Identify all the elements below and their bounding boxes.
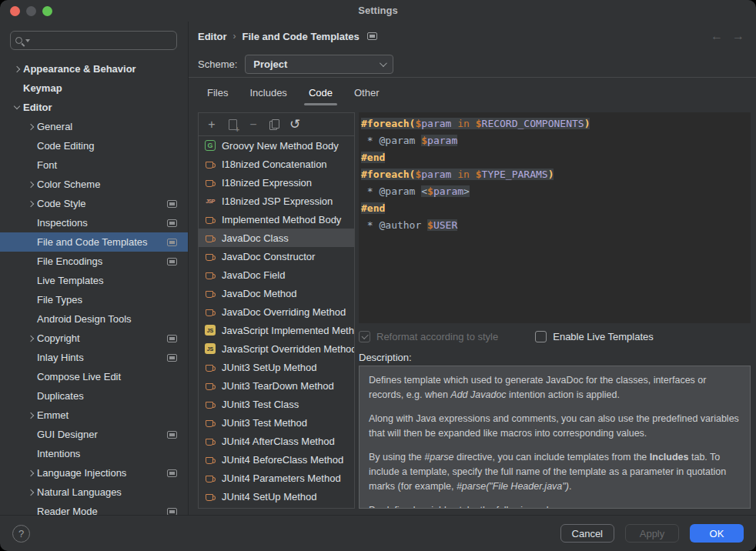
chevron-right-icon[interactable] [11,63,23,75]
sidebar-item-file-and-code-templates[interactable]: File and Code Templates [0,232,188,252]
template-item-i18nized-concatenation[interactable]: I18nized Concatenation [199,155,354,173]
sidebar-item-editor[interactable]: Editor [0,98,188,117]
sidebar-item-inlay-hints[interactable]: Inlay Hints [0,348,188,367]
remove-icon[interactable] [246,118,260,132]
chevron-right-icon[interactable] [25,332,37,345]
search-input[interactable] [32,35,172,46]
template-item-javadoc-class[interactable]: JavaDoc Class [199,229,354,247]
sidebar-item-code-editing[interactable]: Code Editing [0,136,188,155]
sidebar-item-general[interactable]: General [0,117,188,136]
ok-button[interactable]: OK [690,524,744,543]
apply-button[interactable]: Apply [625,524,679,543]
java-icon [204,491,216,503]
template-item-junit3-test-class[interactable]: JUnit3 Test Class [199,395,354,413]
template-item-junit4-beforeclass-method[interactable]: JUnit4 BeforeClass Method [199,450,354,469]
duplicate-icon[interactable] [226,118,239,132]
copy-icon[interactable] [267,118,281,132]
reformat-checkbox-group[interactable]: Reformat according to style [359,331,498,342]
scheme-select[interactable]: Project [245,55,393,74]
sidebar-item-inspections[interactable]: Inspections [0,213,188,232]
template-item-junit4-afterclass-method[interactable]: JUnit4 AfterClass Method [199,432,354,450]
sidebar-item-reader-mode[interactable]: Reader Mode [0,502,188,515]
breadcrumb-editor[interactable]: Editor [198,31,227,42]
chevron-right-icon[interactable] [25,467,37,479]
template-item-groovy-new-method-body[interactable]: GGroovy New Method Body [199,136,354,155]
tab-other[interactable]: Other [354,78,380,107]
search-box[interactable] [10,31,177,50]
description-pane[interactable]: Defines template which used to generate … [359,366,751,509]
description-text: #parse("File Header.java") [457,481,569,492]
template-item-label: JavaScript Overridden Method Body [222,343,354,355]
template-item-implemented-method-body[interactable]: Implemented Method Body [199,210,354,229]
template-item-junit4-parameters-method[interactable]: JUnit4 Parameters Method [199,469,354,487]
sidebar-item-copyright[interactable]: Copyright [0,329,188,348]
template-item-javadoc-overriding-method[interactable]: JavaDoc Overriding Method [199,302,354,321]
add-icon[interactable] [205,118,219,132]
live-templates-checkbox[interactable] [535,331,547,342]
sidebar-item-file-encodings[interactable]: File Encodings [0,252,188,271]
sidebar-item-label: Font [37,159,57,171]
template-item-junit3-teardown-method[interactable]: JUnit3 TearDown Method [199,376,354,395]
live-templates-checkbox-group[interactable]: Enable Live Templates [535,331,654,342]
back-arrow-icon[interactable]: ← [711,29,723,43]
chevron-right-icon[interactable] [25,486,37,499]
window-title: Settings [0,5,756,16]
search-history-caret-icon[interactable] [25,39,30,42]
template-item-label: JUnit3 Test Method [222,417,307,429]
sidebar-item-file-types[interactable]: File Types [0,290,188,309]
sidebar-item-live-templates[interactable]: Live Templates [0,271,188,290]
java-icon [204,473,216,484]
chevron-right-icon[interactable] [25,179,37,191]
template-item-label: Implemented Method Body [222,214,341,225]
help-button[interactable]: ? [12,525,30,543]
sidebar-item-compose-live-edit[interactable]: Compose Live Edit [0,367,188,386]
sidebar-item-android-design-tools[interactable]: Android Design Tools [0,309,188,329]
sidebar-item-emmet[interactable]: Emmet [0,406,188,425]
reformat-checkbox[interactable] [359,331,370,342]
sidebar-item-font[interactable]: Font [0,155,188,175]
tab-code[interactable]: Code [309,78,333,107]
scheme-label: Scheme: [198,58,237,70]
template-item-javascript-implemented-method-body[interactable]: JSJavaScript Implemented Method Body [199,321,354,339]
screen-icon [167,508,177,516]
template-item-javascript-overridden-method-body[interactable]: JSJavaScript Overridden Method Body [199,339,354,358]
code-token: * @author [361,219,427,231]
template-item-junit3-setup-method[interactable]: JUnit3 SetUp Method [199,358,354,376]
sidebar-item-gui-designer[interactable]: GUI Designer [0,425,188,444]
sidebar-item-intentions[interactable]: Intentions [0,444,188,463]
chevron-right-icon[interactable] [25,409,37,422]
template-item-label: JUnit4 AfterClass Method [222,436,335,447]
sidebar-item-language-injections[interactable]: Language Injections [0,463,188,483]
sidebar-item-code-style[interactable]: Code Style [0,194,188,213]
java-icon [204,177,216,189]
sidebar-item-duplicates[interactable]: Duplicates [0,386,188,406]
sidebar-item-color-scheme[interactable]: Color Scheme [0,175,188,194]
template-item-javadoc-constructor[interactable]: JavaDoc Constructor [199,247,354,265]
code-token [470,169,476,180]
template-item-i18nized-jsp-expression[interactable]: JSPI18nized JSP Expression [199,192,354,210]
template-item-label: JavaDoc Method [222,288,297,299]
template-item-junit3-test-method[interactable]: JUnit3 Test Method [199,413,354,432]
java-icon [204,159,216,170]
sidebar-item-label: Code Editing [37,140,94,152]
chevron-right-icon[interactable] [25,198,37,210]
search-icon [15,37,22,44]
sidebar-item-appearance-behavior[interactable]: Appearance & Behavior [0,59,188,78]
sidebar-item-keymap[interactable]: Keymap [0,78,188,98]
reset-icon[interactable] [288,118,302,132]
template-code-editor[interactable]: #foreach($param in $RECORD_COMPONENTS) *… [359,112,751,323]
sidebar-item-natural-languages[interactable]: Natural Languages [0,483,188,502]
tab-files[interactable]: Files [207,78,228,107]
tab-includes[interactable]: Includes [249,78,286,107]
chevron-down-icon[interactable] [11,102,23,114]
forward-arrow-icon[interactable]: → [732,29,744,43]
cancel-button[interactable]: Cancel [560,524,614,543]
sidebar-item-label: Editor [23,102,52,113]
template-item-javadoc-field[interactable]: JavaDoc Field [199,265,354,284]
description-paragraph: Predefined variables take the following … [369,503,741,509]
template-item-javadoc-method[interactable]: JavaDoc Method [199,284,354,302]
footer-bar: ? Cancel Apply OK [0,515,756,551]
template-item-i18nized-expression[interactable]: I18nized Expression [199,173,354,192]
chevron-right-icon[interactable] [25,121,37,133]
template-item-junit4-setup-method[interactable]: JUnit4 SetUp Method [199,487,354,506]
